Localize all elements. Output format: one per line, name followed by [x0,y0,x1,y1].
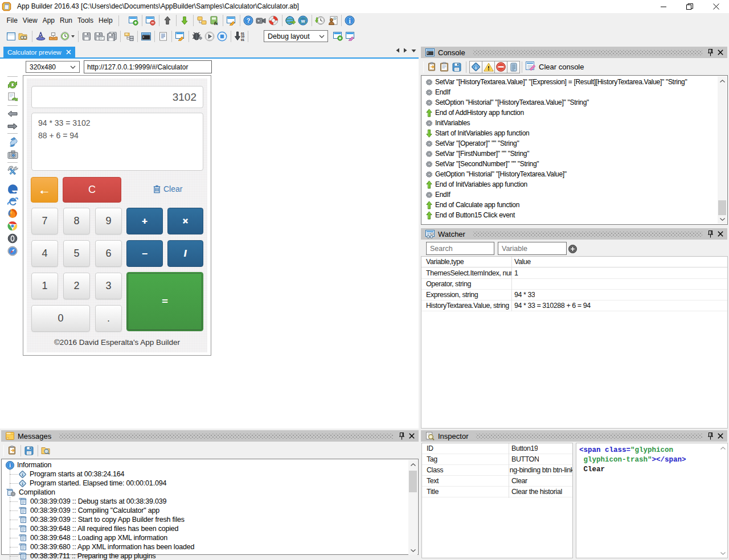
preview-url-input[interactable]: http://127.0.0.1:9999/#/Calculator [84,60,212,73]
message-row[interactable]: iProgram started. Elapsed time: 00:00:01… [18,479,166,488]
info-diamond-toggle[interactable]: i [469,61,482,73]
calc-key-+[interactable]: + [126,208,163,234]
messages-scrollbar[interactable] [408,460,417,555]
tab-close-icon[interactable] [66,50,71,55]
inspector-close-icon[interactable] [718,433,723,439]
globe-w-icon[interactable]: w [297,14,309,27]
calc-key-0[interactable]: 0 [31,305,90,332]
globe-forward-icon[interactable] [284,14,297,27]
calc-key-C[interactable]: C [63,177,121,203]
watcher-table[interactable]: Variable,typeValue ThemesSelect.ItemInde… [421,256,728,429]
calc-key-=[interactable]: = [126,272,203,331]
tab-scroll-left-icon[interactable] [395,48,400,53]
window-add-icon[interactable] [127,14,140,27]
watcher-search-input[interactable]: Search [426,242,494,255]
calc-key-6[interactable]: 6 [95,240,122,267]
error-circle-toggle[interactable] [494,61,507,73]
inspector-table[interactable]: IDButton19TagBUTTONClassng-binding btn b… [421,443,573,558]
layout-add-icon[interactable] [331,30,344,43]
message-row[interactable]: Compilation [6,488,55,497]
scroll-up-icon[interactable] [718,443,727,452]
watcher-row[interactable]: HistoryTextarea.Value, string94 * 33 = 3… [421,300,727,311]
message-row[interactable]: iProgram starts at 00:38:24.164 [18,470,124,479]
console-row[interactable]: SetVar "[FirstNumber]" "" "String" [421,149,727,159]
import-tray-icon[interactable] [47,30,59,43]
watcher-pin-icon[interactable] [708,230,713,238]
console-row[interactable]: SetOption "Historial" "[HistoryTextarea.… [421,97,727,108]
functions-book-icon[interactable]: fx [208,14,220,27]
message-row[interactable]: 00:38:39:680 :: App XML information has … [18,542,194,551]
window-edit-icon[interactable] [225,14,237,27]
save-icon[interactable] [80,30,93,43]
inspector-code-view[interactable]: <span class="glyphicon glyphicon-trash">… [576,443,728,558]
message-row[interactable]: iInformation [6,460,51,470]
preview-size-select[interactable]: 320x480 [26,61,80,73]
calc-key-×[interactable]: × [167,208,203,234]
clear-console-button[interactable]: Clear console [526,61,584,72]
save-all-icon[interactable] [105,30,118,43]
copy-output-icon[interactable] [6,444,18,458]
tab-scroll-right-icon[interactable] [403,48,408,53]
menu-help[interactable]: Help [96,14,116,27]
safari-icon[interactable] [7,245,18,257]
inspector-row[interactable]: IDButton19 [422,443,572,454]
console-list[interactable]: SetVar "[HistoryTextarea.Value]" "[Expre… [421,75,728,225]
console-row[interactable]: End of Button15 Click event [421,210,727,220]
minimize-button[interactable] [650,0,677,13]
messages-close-icon[interactable] [409,433,415,439]
open-find-icon[interactable] [17,30,30,43]
chrome-icon[interactable] [7,220,18,232]
inspector-row[interactable]: TextClear [422,476,572,487]
layout-edit-icon[interactable] [344,30,357,43]
recent-clock-icon[interactable] [59,30,76,43]
message-row[interactable]: 00:38:39:648 :: Loading app XML informat… [18,533,167,542]
menu-file[interactable]: File [4,14,20,27]
camera-icon[interactable] [7,149,18,160]
console-scrollbar[interactable] [718,76,727,224]
watcher-row[interactable]: ThemesSelect.ItemIndex, numb1 [421,268,727,279]
calc-key-−[interactable]: − [126,240,163,267]
scroll-up-icon[interactable] [718,76,727,85]
message-row[interactable]: 00:38:39:039 :: Start to copy App Builde… [18,515,185,524]
maximize-button[interactable] [677,0,703,13]
info-icon[interactable]: i [343,14,356,27]
console-row[interactable]: SetVar "[SecondNumber]" "" "String" [421,159,727,169]
firefox-icon[interactable] [7,208,18,219]
opera-icon[interactable] [7,233,18,244]
console-row[interactable]: GetOption "Historial" "[HistoryTextarea.… [421,169,727,179]
inspector-row[interactable]: TitleClear the historial [422,487,572,497]
watcher-variable-input[interactable]: Variable [498,242,567,255]
help-icon[interactable]: ? [242,14,255,27]
message-row[interactable]: 00:38:39:039 :: Debug starts at 00:38:39… [18,497,166,506]
calc-key-7[interactable]: 7 [31,208,58,234]
console-pin-icon[interactable] [708,49,713,56]
console-row[interactable]: End of InitVariables app function [421,179,727,190]
inspector-row[interactable]: TagBUTTON [422,454,572,465]
refresh-icon[interactable] [7,79,18,90]
arrow-down-icon[interactable] [178,14,191,27]
calculator-history[interactable]: 94 * 33 = 3102 88 + 6 = 94 [31,113,203,171]
page-refresh-icon[interactable] [7,92,18,103]
history-clock-icon[interactable] [314,14,326,27]
console-row[interactable]: End of Calculate app function [421,200,727,210]
folders-tree-icon[interactable] [195,14,208,27]
contact-card-icon[interactable] [326,14,339,27]
console-row[interactable]: EndIf [421,190,727,200]
video-camera-icon[interactable] [255,14,267,27]
tab-calculator-preview[interactable]: Calculator preview [3,47,75,57]
console-scroll-thumb[interactable] [718,200,726,215]
wizard-hat-icon[interactable] [34,30,47,43]
scroll-down-icon[interactable] [408,546,417,555]
scroll-up-icon[interactable] [408,460,417,469]
calc-key-1[interactable]: 1 [31,273,58,299]
console-window-icon[interactable] [140,30,152,43]
watcher-column-divider[interactable] [511,257,512,311]
message-row[interactable]: 00:38:39:039 :: Compiling "Calculator" a… [18,506,159,515]
console-row[interactable]: SetVar "[Operator]" "" "String" [421,138,727,149]
console-close-icon[interactable] [718,50,723,55]
watcher-close-icon[interactable] [718,231,723,237]
inspector-pin-icon[interactable] [708,433,713,440]
debug-bug-icon[interactable] [191,30,203,43]
binary-download-icon[interactable]: 011001 [233,30,245,43]
lifesaver-icon[interactable] [267,14,280,27]
